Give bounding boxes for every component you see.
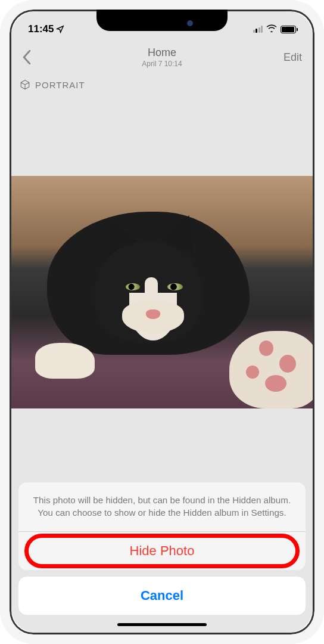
status-time: 11:45 bbox=[28, 23, 54, 35]
nav-subtitle: April 7 10:14 bbox=[142, 60, 182, 68]
volume-up-button[interactable] bbox=[0, 148, 2, 187]
cancel-label: Cancel bbox=[141, 588, 183, 603]
nav-title-group: Home April 7 10:14 bbox=[142, 47, 182, 68]
portrait-badge-label: PORTRAIT bbox=[35, 80, 85, 90]
cellular-icon bbox=[253, 26, 263, 33]
hide-photo-button[interactable]: Hide Photo bbox=[18, 532, 306, 570]
home-indicator[interactable] bbox=[117, 623, 207, 626]
nav-header: Home April 7 10:14 Edit bbox=[11, 41, 313, 73]
volume-down-button[interactable] bbox=[0, 197, 2, 236]
edit-button[interactable]: Edit bbox=[284, 51, 302, 64]
cancel-button[interactable]: Cancel bbox=[18, 577, 306, 615]
screen: 11:45 Home April 7 10:14 Edit PORTRAIT bbox=[11, 11, 313, 633]
action-sheet: This photo will be hidden, but can be fo… bbox=[18, 482, 306, 615]
portrait-badge: PORTRAIT bbox=[20, 79, 85, 90]
action-sheet-group: This photo will be hidden, but can be fo… bbox=[18, 482, 306, 570]
battery-icon bbox=[281, 26, 296, 33]
device-notch bbox=[96, 10, 228, 31]
status-left: 11:45 bbox=[28, 23, 64, 35]
side-button[interactable] bbox=[322, 161, 324, 221]
cube-icon bbox=[20, 79, 30, 90]
photo-image bbox=[11, 176, 313, 408]
status-right bbox=[253, 23, 297, 35]
wifi-icon bbox=[266, 23, 277, 35]
silent-switch[interactable] bbox=[0, 112, 2, 135]
location-arrow-icon bbox=[56, 25, 64, 33]
hide-photo-label: Hide Photo bbox=[130, 543, 195, 558]
nav-title: Home bbox=[142, 47, 182, 59]
back-button[interactable] bbox=[22, 48, 41, 67]
action-sheet-message: This photo will be hidden, but can be fo… bbox=[18, 482, 306, 532]
